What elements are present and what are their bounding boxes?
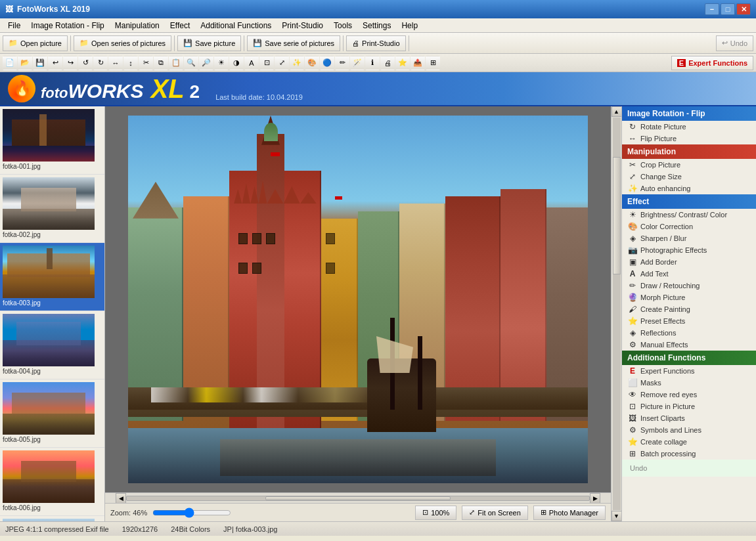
rotate-picture-item[interactable]: ↻ Rotate Picture [622,121,756,133]
icon-info[interactable]: ℹ [365,56,380,70]
fit-screen-button[interactable]: ⤢ Fit on Screen [462,506,527,520]
remove-red-eyes-item[interactable]: 👁 Remove red eyes [622,389,756,400]
color-correction-item[interactable]: 🎨 Color Correction [622,221,756,232]
vscroll-track[interactable] [613,118,621,510]
icon-cut[interactable]: ✂ [139,56,153,70]
menu-effect[interactable]: Effect [165,18,195,33]
crop-picture-item[interactable]: ✂ Crop Picture [622,159,756,171]
insert-cliparts-item[interactable]: 🖼 Insert Cliparts [622,412,756,424]
add-text-item[interactable]: A Add Text [622,268,756,280]
canvas-scroll-area[interactable] [105,106,611,492]
icon-rotate-right[interactable]: ↻ [93,56,108,70]
reflections-item[interactable]: ◈ Reflections [622,327,756,339]
masks-item[interactable]: ⬜ Masks [622,377,756,389]
thumbnail-fotka005[interactable]: fotka-005.jpg [0,379,104,448]
icon-flip-h[interactable]: ↔ [108,56,123,70]
hscroll-right-arrow[interactable]: ▶ [590,493,600,504]
save-picture-button[interactable]: 💾 Save picture [177,35,241,51]
icon-print[interactable]: 🖨 [380,56,395,70]
vertical-scrollbar[interactable]: ▲ ▼ [611,106,621,521]
morph-picture-item[interactable]: 🔮 Morph Picture [622,292,756,303]
expert-functions-button[interactable]: E Expert Functions [671,56,753,70]
change-size-item[interactable]: ⤢ Change Size [622,171,756,183]
menu-rotation[interactable]: Image Rotation - Flip [26,18,109,33]
create-painting-item[interactable]: 🖌 Create Painting [622,303,756,315]
thumb-img-001 [3,109,95,162]
hscroll-thumb[interactable] [265,496,451,500]
thumbnail-fotka001[interactable]: fotka-001.jpg [0,106,104,175]
zoom-100-button[interactable]: ⊡ 100% [415,506,456,520]
preset-effects-item[interactable]: ⭐ Preset Effects [622,315,756,327]
icon-paste[interactable]: 📋 [169,56,183,70]
icon-text[interactable]: A [244,56,259,70]
folder-icon: 📁 [9,39,18,47]
hscroll-track[interactable] [126,496,590,501]
maximize-button[interactable]: □ [721,3,735,15]
photo-manager-button[interactable]: ⊞ Photo Manager [533,506,606,520]
icon-effects[interactable]: ✨ [290,56,304,70]
icon-color[interactable]: 🎨 [305,56,319,70]
icon-contrast[interactable]: ◑ [229,56,244,70]
thumbnail-fotka004[interactable]: fotka-004.jpg [0,311,104,379]
icon-new[interactable]: 📄 [3,56,17,70]
photo-effects-item[interactable]: 📷 Photographic Effects [622,244,756,256]
symbols-lines-item[interactable]: ⚙ Symbols and Lines [622,424,756,436]
icon-share[interactable]: 📤 [411,56,425,70]
thumbnail-fotka006[interactable]: fotka-006.jpg [0,448,104,516]
vscroll-down-arrow[interactable]: ▼ [611,511,622,521]
sharpen-item[interactable]: ◈ Sharpen / Blur [622,232,756,244]
menu-help[interactable]: Help [396,18,423,33]
brightness-item[interactable]: ☀ Brightness/ Contrast/ Color [622,209,756,221]
horizontal-scrollbar[interactable]: ◀ ▶ [105,492,611,503]
hscroll-left-arrow[interactable]: ◀ [116,493,126,504]
icon-copy[interactable]: ⧉ [154,56,168,70]
add-border-item[interactable]: ▣ Add Border [622,256,756,268]
undo-right-button[interactable]: Undo [627,463,650,473]
menu-manipulation[interactable]: Manipulation [110,18,165,33]
zoom-slider[interactable] [152,508,231,518]
icon-save2[interactable]: 💾 [33,56,47,70]
icon-open[interactable]: 📂 [18,56,32,70]
menu-additional[interactable]: Additional Functions [195,18,277,33]
manual-effects-item[interactable]: ⚙ Manual Effects [622,339,756,351]
close-button[interactable]: ✕ [736,3,751,15]
thumbnail-fotka007[interactable]: fotka-007.jpg [0,516,104,521]
auto-enhancing-item[interactable]: ✨ Auto enhancing [622,183,756,194]
menu-print[interactable]: Print-Studio [277,18,328,33]
picture-in-picture-item[interactable]: ⊡ Picture in Picture [622,400,756,412]
expert-functions-item[interactable]: E Expert Functions [622,365,756,377]
toolbar-separator-1 [70,35,71,51]
icon-crop[interactable]: ⊡ [259,56,274,70]
print-studio-button[interactable]: 🖨 Print-Studio [346,35,405,51]
flip-picture-item[interactable]: ↔ Flip Picture [622,133,756,144]
canvas-panel: ◀ ▶ Zoom: 46% ⊡ 100% ⤢ Fit on Screen ⊞ P… [105,106,611,521]
create-collage-item[interactable]: ⭐ Create collage [622,436,756,448]
open-picture-button[interactable]: 📁 Open picture [3,35,68,51]
menu-settings[interactable]: Settings [357,18,396,33]
icon-pen[interactable]: ✏ [335,56,349,70]
thumbnail-fotka003[interactable]: fotka-003.jpg [0,243,104,311]
icon-rotate-left[interactable]: ↺ [78,56,93,70]
open-series-button[interactable]: 📁 Open series of pictures [74,35,171,51]
minimize-button[interactable]: − [705,3,719,15]
draw-retouching-item[interactable]: ✏ Draw / Retouching [622,280,756,292]
menu-file[interactable]: File [3,18,26,33]
menu-tools[interactable]: Tools [328,18,357,33]
icon-zoom-out[interactable]: 🔎 [199,56,213,70]
icon-undo2[interactable]: ↩ [48,56,62,70]
vscroll-up-arrow[interactable]: ▲ [611,106,622,117]
thumbnail-fotka002[interactable]: fotka-002.jpg [0,175,104,243]
icon-wand[interactable]: 🪄 [350,56,365,70]
icon-star[interactable]: ⭐ [395,56,410,70]
icon-resize[interactable]: ⤢ [275,56,289,70]
icon-manager[interactable]: ⊞ [426,56,440,70]
vscroll-thumb[interactable] [613,157,621,274]
save-series-button[interactable]: 💾 Save serie of pictures [247,35,340,51]
batch-processing-item[interactable]: ⊞ Batch processing [622,448,756,460]
icon-flip-v[interactable]: ↕ [123,56,138,70]
icon-brightness[interactable]: ☀ [214,56,229,70]
icon-stamp[interactable]: 🔵 [320,56,334,70]
icon-zoom-in[interactable]: 🔍 [184,56,198,70]
undo-button[interactable]: ↩ Undo [716,35,753,51]
icon-redo[interactable]: ↪ [63,56,78,70]
